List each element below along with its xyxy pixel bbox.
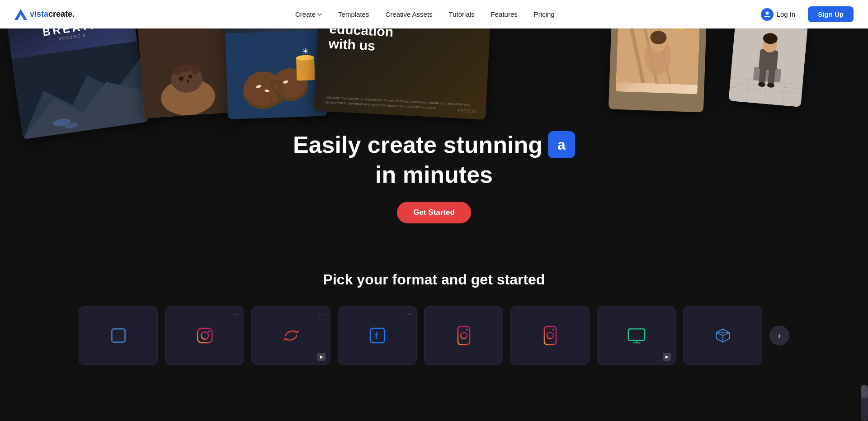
format-scroll-container: ··· bbox=[0, 306, 868, 365]
chevron-down-icon bbox=[317, 13, 322, 16]
svg-line-70 bbox=[723, 333, 730, 336]
svg-rect-58 bbox=[458, 326, 470, 345]
format-card-square[interactable] bbox=[79, 306, 158, 365]
user-avatar-icon bbox=[761, 8, 774, 21]
format-card-instagram-2[interactable] bbox=[510, 306, 590, 365]
nav-tutorials[interactable]: Tutorials bbox=[443, 7, 481, 22]
logo-icon bbox=[14, 9, 27, 20]
svg-line-71 bbox=[716, 333, 723, 336]
format-card-reels[interactable]: ··· ▶ bbox=[251, 306, 330, 365]
svg-text:f: f bbox=[375, 331, 378, 341]
nav-pricing[interactable]: Pricing bbox=[528, 7, 561, 22]
svg-point-2 bbox=[765, 11, 769, 14]
svg-point-54 bbox=[201, 332, 208, 339]
instagram-post-icon bbox=[196, 326, 214, 345]
svg-rect-64 bbox=[628, 329, 644, 340]
hero-section: TAKE A BREATH VOLUME 6 CLUB bbox=[0, 0, 868, 235]
svg-text:3: 3 bbox=[267, 71, 287, 112]
logo-text: vistacreate. bbox=[30, 9, 75, 19]
screen-icon bbox=[627, 326, 646, 345]
card-dots: ··· bbox=[232, 310, 239, 317]
login-button[interactable]: Log In bbox=[754, 5, 803, 24]
hero-content: Easily create stunning a in minutes Get … bbox=[284, 131, 584, 223]
reels-icon bbox=[282, 326, 300, 345]
get-started-button[interactable]: Get Started bbox=[397, 202, 471, 223]
card-dots: ··· bbox=[319, 310, 326, 317]
nav-creative-assets[interactable]: Creative Assets bbox=[379, 7, 439, 22]
navbar-auth: Log In Sign Up bbox=[754, 5, 854, 24]
signup-button[interactable]: Sign Up bbox=[808, 6, 854, 22]
format-card-3d[interactable] bbox=[683, 306, 762, 365]
svg-point-63 bbox=[552, 329, 554, 331]
format-section: Pick your format and get started ··· bbox=[0, 271, 868, 383]
nav-create[interactable]: Create bbox=[289, 7, 328, 22]
format-card-presentation[interactable]: ▶ bbox=[597, 306, 676, 365]
navbar: vistacreate. Create Templates Creative A… bbox=[0, 0, 868, 28]
hero-title-line2: in minutes bbox=[293, 161, 575, 188]
svg-text:☀: ☀ bbox=[302, 47, 309, 56]
format-card-instagram-stories[interactable] bbox=[424, 306, 503, 365]
hero-title-container: Easily create stunning a in minutes bbox=[293, 131, 575, 188]
play-icon: ▶ bbox=[663, 353, 671, 361]
svg-rect-53 bbox=[198, 328, 212, 343]
svg-point-59 bbox=[461, 332, 467, 339]
svg-rect-26 bbox=[296, 57, 315, 80]
nav-features[interactable]: Features bbox=[485, 7, 524, 22]
instagram-stories-icon bbox=[455, 326, 473, 345]
3d-box-icon bbox=[714, 326, 732, 345]
instagram-2-icon bbox=[541, 326, 559, 345]
square-format-icon bbox=[109, 326, 127, 345]
facebook-icon: f bbox=[368, 326, 387, 345]
svg-point-60 bbox=[466, 329, 468, 331]
play-icon: ▶ bbox=[317, 353, 326, 361]
svg-point-55 bbox=[208, 331, 210, 332]
svg-rect-61 bbox=[544, 326, 556, 345]
navbar-nav: Create Templates Creative Assets Tutoria… bbox=[96, 7, 754, 22]
hero-title-line1: Easily create stunning a bbox=[293, 131, 575, 159]
format-card-facebook[interactable]: ··· f bbox=[338, 306, 417, 365]
format-title: Pick your format and get started bbox=[0, 271, 868, 288]
svg-point-62 bbox=[547, 332, 553, 339]
scroll-right-button[interactable]: › bbox=[769, 326, 789, 345]
svg-rect-52 bbox=[112, 329, 125, 342]
card-dots: ··· bbox=[405, 310, 412, 317]
format-card-instagram-post[interactable]: ··· bbox=[165, 306, 244, 365]
nav-templates[interactable]: Templates bbox=[332, 7, 375, 22]
logo[interactable]: vistacreate. bbox=[14, 9, 75, 20]
animated-letter-badge: a bbox=[548, 131, 575, 158]
